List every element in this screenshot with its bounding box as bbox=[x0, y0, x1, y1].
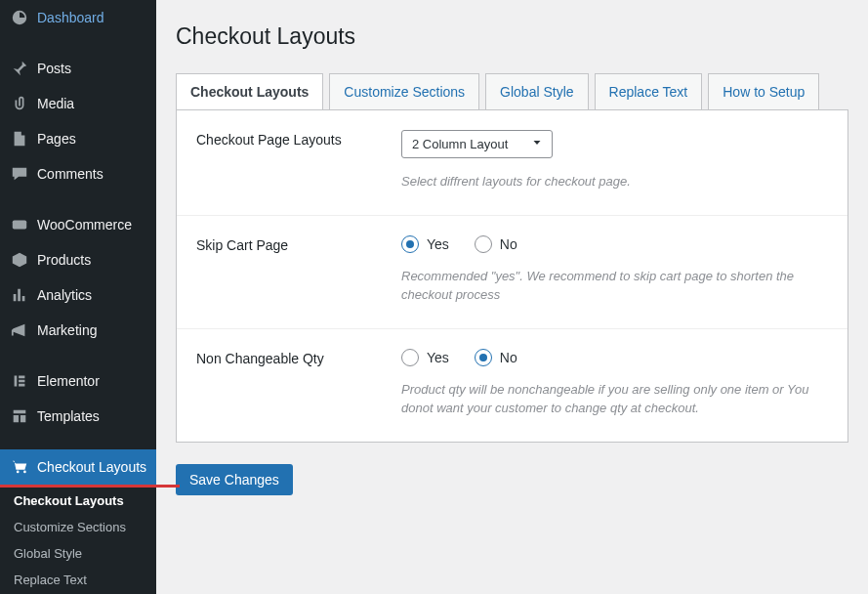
sidebar-item-templates[interactable]: Templates bbox=[0, 399, 156, 434]
tab-global-style[interactable]: Global Style bbox=[485, 73, 588, 109]
sidebar-label: Comments bbox=[37, 166, 103, 182]
settings-panel: Checkout Page Layouts 2 Column Layout Se… bbox=[176, 109, 848, 443]
admin-sidebar: Dashboard Posts Media Pages Comments Woo… bbox=[0, 0, 156, 594]
setting-row-layout: Checkout Page Layouts 2 Column Layout Se… bbox=[177, 110, 847, 216]
skip-cart-no-radio[interactable]: No bbox=[475, 235, 517, 253]
skip-cart-radio-group: Yes No bbox=[401, 235, 828, 253]
sidebar-label: Products bbox=[37, 252, 91, 268]
svg-rect-0 bbox=[13, 221, 26, 230]
qty-no-radio[interactable]: No bbox=[475, 349, 517, 366]
sidebar-item-checkout-layouts[interactable]: Checkout Layouts bbox=[0, 449, 156, 485]
templates-icon bbox=[10, 406, 29, 426]
radio-dot-icon bbox=[475, 349, 492, 366]
sidebar-label: Posts bbox=[37, 61, 71, 76]
submenu-item-checkout-layouts[interactable]: Checkout Layouts bbox=[0, 488, 156, 514]
cart-icon bbox=[10, 457, 29, 477]
sidebar-item-analytics[interactable]: Analytics bbox=[0, 277, 156, 313]
layout-select[interactable]: 2 Column Layout bbox=[401, 130, 553, 158]
products-icon bbox=[10, 250, 29, 270]
pin-icon bbox=[10, 59, 29, 78]
qty-yes-radio[interactable]: Yes bbox=[401, 349, 449, 366]
elementor-icon bbox=[10, 371, 29, 391]
tab-customize-sections[interactable]: Customize Sections bbox=[329, 73, 479, 109]
sidebar-label: Marketing bbox=[37, 322, 97, 338]
analytics-icon bbox=[10, 285, 29, 305]
setting-label: Non Changeable Qty bbox=[196, 349, 401, 418]
setting-row-skip-cart: Skip Cart Page Yes No Recommended "yes".… bbox=[177, 216, 847, 329]
tab-how-to-setup[interactable]: How to Setup bbox=[708, 73, 819, 109]
comments-icon bbox=[10, 164, 29, 184]
radio-dot-icon bbox=[401, 349, 419, 366]
radio-dot-icon bbox=[401, 235, 419, 253]
qty-radio-group: Yes No bbox=[401, 349, 828, 366]
sidebar-label: Dashboard bbox=[37, 10, 104, 25]
sidebar-label: Elementor bbox=[37, 373, 100, 389]
main-content: Checkout Layouts Checkout Layouts Custom… bbox=[156, 0, 868, 594]
setting-row-non-changeable-qty: Non Changeable Qty Yes No Product qty wi… bbox=[177, 329, 847, 442]
chevron-down-icon bbox=[530, 136, 544, 152]
sidebar-item-posts[interactable]: Posts bbox=[0, 51, 156, 86]
sidebar-item-marketing[interactable]: Marketing bbox=[0, 313, 156, 348]
dashboard-icon bbox=[10, 8, 29, 27]
settings-tabs: Checkout Layouts Customize Sections Glob… bbox=[176, 73, 848, 109]
sidebar-item-pages[interactable]: Pages bbox=[0, 121, 156, 156]
submenu-item-global-style[interactable]: Global Style bbox=[0, 540, 156, 567]
tab-replace-text[interactable]: Replace Text bbox=[595, 73, 703, 109]
tab-checkout-layouts[interactable]: Checkout Layouts bbox=[176, 73, 323, 109]
sidebar-item-woocommerce[interactable]: WooCommerce bbox=[0, 207, 156, 242]
page-title: Checkout Layouts bbox=[176, 23, 848, 50]
sidebar-label: WooCommerce bbox=[37, 217, 132, 233]
active-underline bbox=[0, 485, 180, 488]
skip-cart-yes-radio[interactable]: Yes bbox=[401, 235, 449, 253]
sidebar-label: Checkout Layouts bbox=[37, 459, 146, 475]
sidebar-item-products[interactable]: Products bbox=[0, 242, 156, 277]
sidebar-label: Analytics bbox=[37, 287, 92, 303]
sidebar-item-media[interactable]: Media bbox=[0, 86, 156, 121]
sidebar-item-dashboard[interactable]: Dashboard bbox=[0, 0, 156, 35]
media-icon bbox=[10, 94, 29, 113]
select-value: 2 Column Layout bbox=[412, 137, 508, 151]
submenu-item-customize-sections[interactable]: Customize Sections bbox=[0, 514, 156, 540]
setting-description: Select diffrent layouts for checkout pag… bbox=[401, 172, 828, 191]
save-button[interactable]: Save Changes bbox=[176, 464, 293, 495]
sidebar-item-elementor[interactable]: Elementor bbox=[0, 363, 156, 399]
sidebar-label: Media bbox=[37, 96, 74, 111]
setting-description: Product qty will be nonchangeable if you… bbox=[401, 380, 828, 418]
radio-dot-icon bbox=[475, 235, 492, 253]
woocommerce-icon bbox=[10, 215, 29, 234]
setting-label: Skip Cart Page bbox=[196, 235, 401, 305]
pages-icon bbox=[10, 129, 29, 148]
setting-description: Recommended "yes". We recommend to skip … bbox=[401, 267, 828, 305]
marketing-icon bbox=[10, 320, 29, 340]
sidebar-label: Templates bbox=[37, 408, 100, 424]
setting-label: Checkout Page Layouts bbox=[196, 130, 401, 191]
sidebar-item-comments[interactable]: Comments bbox=[0, 156, 156, 191]
sidebar-label: Pages bbox=[37, 131, 76, 147]
submenu-item-replace-text[interactable]: Replace Text bbox=[0, 567, 156, 593]
